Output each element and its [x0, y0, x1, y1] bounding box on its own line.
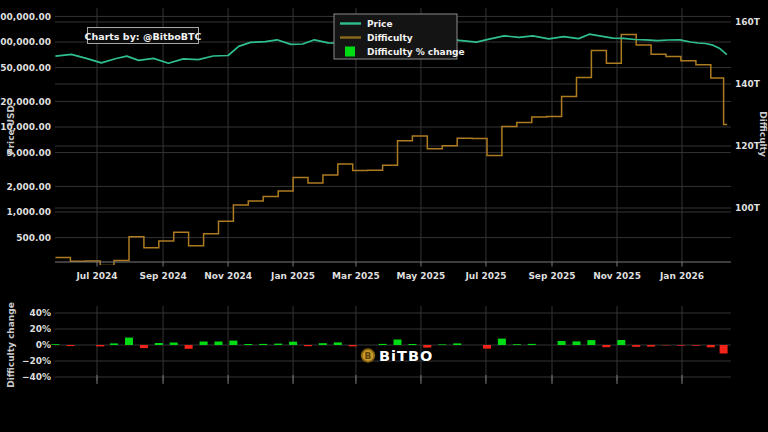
difficulty-tick-label: 100T — [735, 203, 761, 213]
price-tick-label: 500.00 — [16, 233, 51, 243]
negative-change-bar — [602, 345, 610, 347]
month-tick-label: Jan 2026 — [659, 271, 704, 281]
negative-change-bar — [185, 345, 193, 349]
negative-change-bar — [720, 345, 728, 354]
difficulty-axis-title: Difficulty — [758, 111, 768, 157]
positive-change-bar — [379, 344, 387, 345]
negative-change-bar — [66, 345, 74, 346]
watermark-text: BiTBO — [379, 348, 433, 364]
positive-change-bar — [51, 344, 59, 345]
price-tick-label: 200,000.00 — [0, 12, 51, 22]
charts-by-badge: Charts by: @BitboBTC — [85, 28, 202, 44]
month-tick-label: May 2025 — [397, 271, 446, 281]
charts-by-badge-text: Charts by: @BitboBTC — [85, 31, 202, 42]
positive-change-bar — [289, 342, 297, 345]
legend-change-square-swatch — [345, 47, 355, 57]
difficulty-tick-label: 140T — [735, 79, 761, 89]
bitbo-watermark: B BiTBO — [361, 348, 433, 364]
bitbo-difficulty-chart-app: 200,000.00100,000.0050,000.0020,000.0010… — [0, 0, 768, 432]
chart-canvas: 200,000.00100,000.0050,000.0020,000.0010… — [0, 0, 768, 432]
positive-change-bar — [453, 343, 461, 345]
positive-change-bar — [170, 343, 178, 346]
positive-change-bar — [259, 344, 267, 345]
month-tick-label: Mar 2025 — [332, 271, 380, 281]
positive-change-bar — [513, 344, 521, 345]
negative-change-bar — [349, 345, 357, 346]
negative-change-bar — [483, 345, 491, 349]
positive-change-bar — [229, 341, 237, 345]
negative-change-bar — [677, 345, 685, 346]
month-tick-label: Nov 2025 — [593, 271, 641, 281]
change-tick-label: 0% — [36, 340, 51, 350]
chart-background — [0, 0, 768, 432]
positive-change-bar — [200, 342, 208, 346]
month-tick-label: Sep 2024 — [139, 271, 186, 281]
difficulty-tick-label: 160T — [735, 17, 761, 27]
positive-change-bar — [558, 341, 566, 345]
change-tick-label: 40% — [29, 308, 51, 318]
month-tick-label: Sep 2025 — [528, 271, 575, 281]
negative-change-bar — [707, 345, 715, 347]
negative-change-bar — [96, 345, 104, 346]
month-tick-label: Nov 2024 — [204, 271, 252, 281]
negative-change-bar — [692, 345, 700, 346]
positive-change-bar — [319, 343, 327, 345]
price-tick-label: 50,000.00 — [0, 63, 51, 73]
negative-change-bar — [140, 345, 148, 348]
positive-change-bar — [110, 343, 118, 345]
bitcoin-coin-icon-glyph: B — [365, 351, 372, 361]
positive-change-bar — [438, 344, 446, 345]
legend-difficulty-label: Difficulty — [367, 33, 413, 43]
month-tick-label: Jul 2025 — [464, 271, 506, 281]
positive-change-bar — [334, 342, 342, 345]
legend-change-label: Difficulty % change — [367, 47, 465, 57]
negative-change-bar — [647, 345, 655, 347]
positive-change-bar — [617, 340, 625, 345]
price-axis-title: Price USD — [6, 105, 16, 155]
chart-legend: Price Difficulty Difficulty % change — [334, 14, 465, 59]
change-tick-label: −40% — [22, 372, 51, 382]
difficulty-change-axis-title: Difficulty change — [6, 302, 16, 388]
positive-change-bar — [155, 343, 163, 345]
month-tick-label: Jul 2024 — [75, 271, 117, 281]
positive-change-bar — [215, 342, 223, 346]
price-tick-label: 1,000.00 — [7, 207, 51, 217]
positive-change-bar — [408, 344, 416, 345]
positive-change-bar — [573, 341, 581, 345]
positive-change-bar — [274, 344, 282, 345]
change-tick-label: 20% — [29, 324, 51, 334]
month-tick-label: Jan 2025 — [270, 271, 315, 281]
positive-change-bar — [498, 339, 506, 345]
price-tick-label: 100,000.00 — [0, 37, 51, 47]
difficulty-tick-label: 120T — [735, 141, 761, 151]
positive-change-bar — [394, 340, 402, 346]
negative-change-bar — [632, 345, 640, 347]
positive-change-bar — [587, 340, 595, 345]
positive-change-bar — [528, 344, 536, 345]
positive-change-bar — [244, 344, 252, 345]
positive-change-bar — [125, 338, 133, 345]
price-tick-label: 2,000.00 — [7, 182, 51, 192]
change-tick-label: −20% — [22, 356, 51, 366]
negative-change-bar — [304, 345, 312, 346]
legend-price-label: Price — [367, 19, 393, 29]
